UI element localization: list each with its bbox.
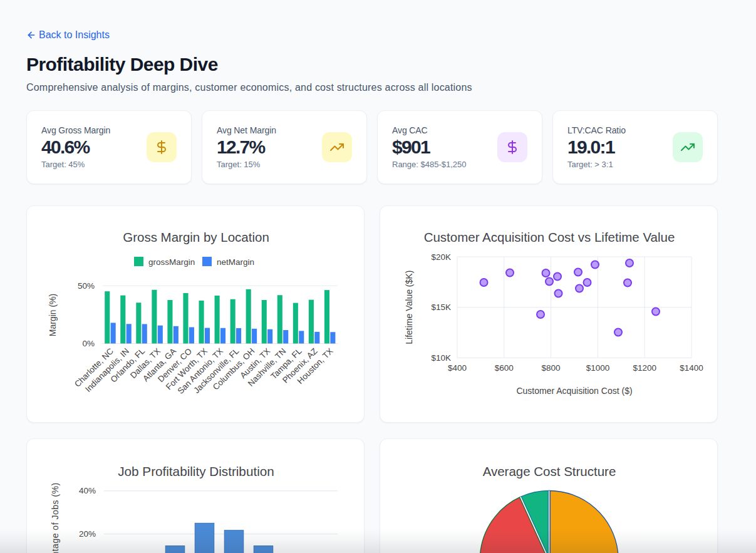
svg-text:Customer Acquisition Cost vs L: Customer Acquisition Cost vs Lifetime Va…: [424, 230, 675, 244]
svg-text:$600: $600: [495, 363, 514, 373]
svg-text:$400: $400: [448, 363, 467, 373]
svg-text:40%: 40%: [79, 486, 96, 495]
svg-text:0%: 0%: [82, 339, 95, 348]
svg-text:Margin (%): Margin (%): [48, 294, 58, 336]
svg-text:50%: 50%: [78, 281, 95, 291]
svg-text:$800: $800: [542, 363, 561, 373]
svg-text:$10K: $10K: [431, 353, 451, 363]
svg-text:Customer Acquisition Cost ($): Customer Acquisition Cost ($): [516, 386, 632, 396]
svg-text:grossMargin: grossMargin: [148, 257, 195, 267]
svg-text:$1000: $1000: [586, 363, 610, 373]
svg-text:Lifetime Value ($K): Lifetime Value ($K): [404, 271, 414, 344]
svg-text:Job Profitability Distribution: Job Profitability Distribution: [118, 464, 274, 478]
svg-text:$15K: $15K: [431, 302, 451, 312]
svg-text:Average Cost Structure: Average Cost Structure: [483, 464, 616, 478]
svg-text:Gross Margin by Location: Gross Margin by Location: [123, 230, 269, 244]
svg-text:$1200: $1200: [633, 363, 656, 373]
svg-text:netMargin: netMargin: [217, 257, 254, 267]
svg-text:$20K: $20K: [431, 252, 451, 262]
svg-text:$1400: $1400: [680, 363, 703, 373]
